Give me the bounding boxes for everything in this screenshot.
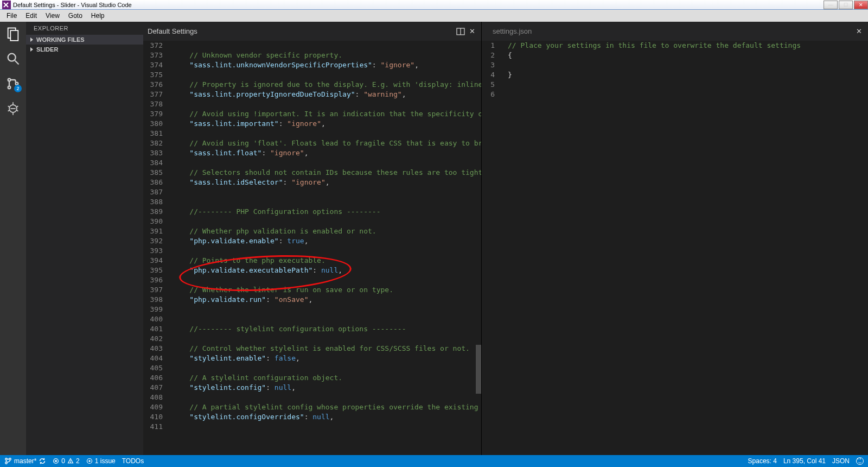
svg-point-27 [89, 460, 90, 462]
status-branch[interactable]: master* [4, 457, 46, 465]
close-tab-icon[interactable]: ✕ [856, 27, 865, 36]
tab-title-left[interactable]: Default Settings [148, 27, 197, 35]
code-editor-left[interactable]: 3723733743753763773783793803813823833843… [143, 41, 481, 455]
tab-title-right[interactable]: settings.json [486, 27, 532, 35]
menu-goto[interactable]: Goto [64, 11, 87, 21]
status-problems[interactable]: 0 2 [53, 457, 79, 465]
svg-point-18 [5, 458, 8, 460]
search-icon[interactable] [5, 51, 21, 66]
sidebar-section-label: WORKING FILES [36, 36, 85, 43]
svg-point-20 [9, 458, 11, 460]
activity-bar: 2 [0, 22, 26, 455]
svg-point-5 [8, 79, 11, 81]
editor-default-settings: Default Settings ✕ 372373374375376377378… [143, 22, 482, 455]
code-editor-right[interactable]: 123456 // Place your settings in this fi… [482, 41, 868, 455]
menu-help[interactable]: Help [87, 11, 109, 21]
sidebar-section-working-files[interactable]: WORKING FILES [26, 35, 143, 45]
editor-settings-json: settings.json ✕ 123456 // Place your set… [482, 22, 868, 455]
menu-file[interactable]: File [2, 11, 21, 21]
window-titlebar: Default Settings - Slider - Visual Studi… [0, 0, 868, 10]
sidebar-title: EXPLORER [26, 22, 143, 35]
source-control-icon[interactable]: 2 [5, 76, 21, 91]
window-title: Default Settings - Slider - Visual Studi… [13, 2, 822, 8]
error-icon [53, 458, 59, 464]
menubar: FileEditViewGotoHelp [0, 10, 868, 22]
status-indentation[interactable]: Spaces: 4 [748, 457, 777, 465]
issue-icon [86, 458, 93, 464]
feedback-icon[interactable] [856, 457, 864, 465]
app-icon [2, 1, 11, 9]
status-bar: master* 0 2 1 issue TODOs Spaces: 4 Ln 3… [0, 455, 868, 467]
git-branch-icon [4, 457, 12, 465]
tab-row-right: settings.json ✕ [482, 22, 868, 41]
status-errors-count: 0 [61, 457, 65, 465]
scrollbar-thumb[interactable] [476, 345, 481, 394]
warning-icon [67, 458, 74, 464]
status-todos-text: TODOs [122, 457, 144, 465]
status-lang-text: JSON [832, 457, 850, 465]
smiley-icon [856, 457, 864, 465]
close-button[interactable]: ✕ [854, 1, 868, 9]
svg-point-3 [8, 54, 16, 61]
explorer-icon[interactable] [5, 26, 21, 41]
status-branch-text: master* [14, 457, 36, 465]
status-language-mode[interactable]: JSON [832, 457, 850, 465]
svg-line-4 [15, 61, 19, 65]
svg-rect-2 [10, 30, 18, 41]
status-issues[interactable]: 1 issue [86, 457, 116, 465]
svg-point-6 [8, 86, 11, 89]
maximize-button[interactable]: ☐ [839, 1, 853, 9]
menu-view[interactable]: View [41, 11, 64, 21]
status-pos-text: Ln 395, Col 41 [783, 457, 826, 465]
svg-point-25 [71, 462, 71, 463]
debug-icon[interactable] [5, 101, 21, 116]
sidebar-section-label: SLIDER [36, 46, 58, 53]
chevron-right-icon [30, 47, 33, 52]
sidebar-section-slider[interactable]: SLIDER [26, 45, 143, 54]
menu-edit[interactable]: Edit [21, 11, 41, 21]
tab-row-left: Default Settings ✕ [143, 22, 481, 41]
scm-badge: 2 [14, 85, 22, 92]
split-editor-icon[interactable] [456, 27, 465, 36]
status-spaces-text: Spaces: 4 [748, 457, 777, 465]
status-issues-text: 1 issue [95, 457, 116, 465]
minimize-button[interactable]: — [824, 1, 838, 9]
status-todos[interactable]: TODOs [122, 457, 144, 465]
status-cursor-position[interactable]: Ln 395, Col 41 [783, 457, 826, 465]
status-warnings-count: 2 [76, 457, 80, 465]
close-tab-icon[interactable]: ✕ [469, 27, 478, 36]
svg-point-19 [5, 462, 8, 464]
sidebar: EXPLORER WORKING FILES SLIDER [26, 22, 143, 455]
chevron-right-icon [30, 37, 33, 42]
sync-icon [39, 457, 46, 465]
